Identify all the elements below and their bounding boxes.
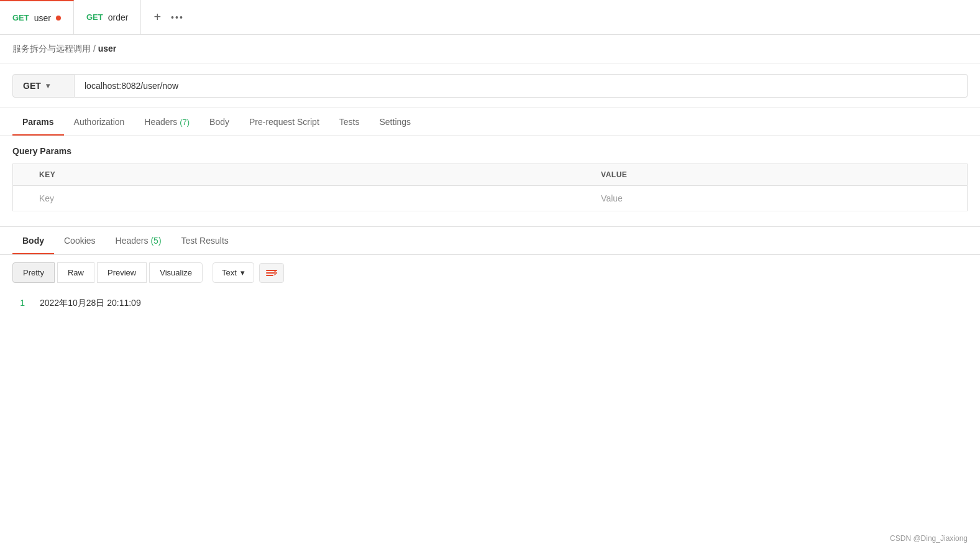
- res-tab-body[interactable]: Body: [12, 227, 54, 254]
- text-format-select[interactable]: Text ▾: [213, 262, 254, 283]
- res-tab-cookies[interactable]: Cookies: [54, 227, 106, 254]
- response-tabs: Body Cookies Headers (5) Test Results: [0, 227, 980, 255]
- more-tabs-button[interactable]: •••: [171, 12, 184, 22]
- row-value-cell[interactable]: Value: [592, 186, 967, 211]
- text-format-label: Text: [222, 268, 237, 277]
- tab-actions: + •••: [141, 10, 196, 24]
- wrap-icon: [266, 269, 277, 277]
- params-table: KEY VALUE Key Value: [12, 164, 968, 211]
- format-btn-visualize[interactable]: Visualize: [149, 262, 203, 283]
- res-tab-test-results[interactable]: Test Results: [172, 227, 239, 254]
- format-btn-pretty[interactable]: Pretty: [12, 262, 55, 283]
- tab-tests[interactable]: Tests: [329, 108, 370, 136]
- method-label: GET: [23, 81, 41, 91]
- query-params-title: Query Params: [12, 146, 968, 156]
- checkbox-col-header: [13, 164, 31, 186]
- response-line: 1 2022年10月28日 20:11:09: [12, 298, 968, 309]
- tab-pre-request-script[interactable]: Pre-request Script: [239, 108, 329, 136]
- response-section: Body Cookies Headers (5) Test Results Pr…: [0, 226, 980, 316]
- tab-order[interactable]: GET order: [74, 0, 141, 34]
- tab-user[interactable]: GET user: [0, 0, 74, 34]
- wrap-button[interactable]: [259, 263, 284, 283]
- tab-authorization[interactable]: Authorization: [64, 108, 135, 136]
- breadcrumb: 服务拆分与远程调用 / user: [0, 35, 980, 64]
- breadcrumb-separator: /: [93, 44, 98, 53]
- tab-order-method: GET: [86, 12, 103, 22]
- footer: CSDN @Ding_Jiaxiong: [890, 534, 968, 543]
- method-chevron-icon: ▾: [46, 81, 50, 90]
- row-key-cell[interactable]: Key: [30, 186, 592, 211]
- url-input[interactable]: [75, 74, 968, 98]
- tab-user-method: GET: [12, 13, 29, 22]
- tab-order-name: order: [108, 12, 129, 22]
- query-params-section: Query Params KEY VALUE Key Value: [0, 136, 980, 211]
- url-bar: GET ▾: [0, 64, 980, 108]
- add-tab-button[interactable]: +: [153, 10, 161, 24]
- text-format-chevron-icon: ▾: [240, 268, 245, 277]
- line-number: 1: [12, 298, 25, 309]
- row-checkbox-cell: [13, 186, 31, 211]
- breadcrumb-parent[interactable]: 服务拆分与远程调用: [12, 44, 91, 53]
- tab-headers[interactable]: Headers (7): [134, 108, 199, 136]
- line-content: 2022年10月28日 20:11:09: [40, 298, 141, 309]
- method-select[interactable]: GET ▾: [12, 74, 75, 98]
- key-col-header: KEY: [30, 164, 592, 186]
- tab-body[interactable]: Body: [199, 108, 239, 136]
- format-btn-raw[interactable]: Raw: [57, 262, 94, 283]
- format-btn-preview[interactable]: Preview: [97, 262, 147, 283]
- table-row: Key Value: [13, 186, 968, 211]
- tab-user-dot: [56, 16, 61, 21]
- tab-user-name: user: [34, 13, 51, 23]
- tab-settings[interactable]: Settings: [369, 108, 421, 136]
- response-body: 1 2022年10月28日 20:11:09: [0, 290, 980, 316]
- tab-params[interactable]: Params: [12, 108, 64, 136]
- footer-text: CSDN @Ding_Jiaxiong: [890, 534, 968, 543]
- res-tab-headers[interactable]: Headers (5): [106, 227, 172, 254]
- tab-bar: GET user GET order + •••: [0, 0, 980, 35]
- breadcrumb-current: user: [98, 44, 117, 53]
- request-tabs: Params Authorization Headers (7) Body Pr…: [0, 108, 980, 136]
- response-toolbar: Pretty Raw Preview Visualize Text ▾: [0, 255, 980, 290]
- value-col-header: VALUE: [592, 164, 967, 186]
